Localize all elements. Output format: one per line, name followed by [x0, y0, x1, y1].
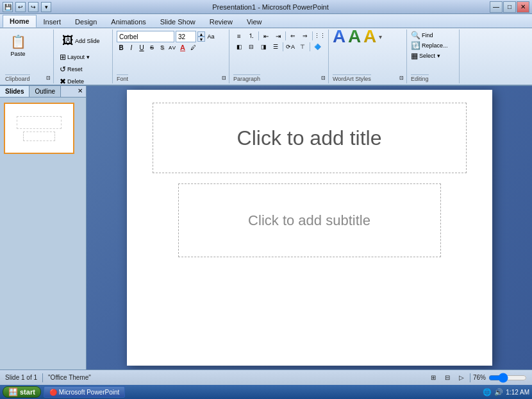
paste-button[interactable]: 📋 Paste: [5, 31, 31, 60]
shadow-button[interactable]: S: [158, 43, 167, 52]
quick-access-redo[interactable]: ↪: [28, 2, 38, 12]
paragraph-expand[interactable]: ⊡: [321, 75, 326, 81]
tab-slideshow[interactable]: Slide Show: [153, 15, 203, 28]
tab-animations[interactable]: Animations: [104, 15, 153, 28]
find-button[interactable]: 🔍 Find: [411, 31, 448, 40]
underline-button[interactable]: U: [137, 43, 146, 52]
canvas-area: Click to add title Click to add subtitle: [87, 86, 532, 369]
highlight-button[interactable]: 🖊: [188, 43, 197, 52]
taskbar-app-powerpoint[interactable]: 🔴 Microsoft PowerPoint: [44, 386, 125, 398]
delete-label: Delete: [67, 78, 84, 85]
font-expand[interactable]: ⊡: [222, 75, 226, 81]
panel-close-button[interactable]: ✕: [74, 86, 86, 97]
select-icon: ▦: [411, 51, 418, 60]
smartart-button[interactable]: 🔷: [312, 42, 323, 52]
add-slide-button[interactable]: 🖼 Add Slide: [58, 31, 104, 51]
tab-design[interactable]: Design: [68, 15, 104, 28]
slide-list-item: 1: [4, 103, 82, 158]
clear-format-button[interactable]: Aa: [206, 32, 215, 41]
para-controls: ≡ ⒈ ⇤ ⇥ ⇐ ⇒ ⋮⋮ ◧ ⊟ ◨ ☰ ⟳A: [233, 31, 326, 52]
zoom-slider[interactable]: [488, 374, 527, 382]
slide-info: Slide 1 of 1: [5, 374, 37, 381]
font-size-increase[interactable]: ▲: [197, 31, 205, 37]
align-text-button[interactable]: ⊤: [297, 42, 308, 52]
font-size-arrows: ▲ ▼: [197, 31, 205, 42]
taskbar: 🪟 start 🔴 Microsoft PowerPoint 🌐 🔊 1:12 …: [0, 385, 532, 399]
tab-insert[interactable]: Insert: [37, 15, 69, 28]
find-label: Find: [422, 32, 433, 38]
title-placeholder[interactable]: Click to add title: [153, 103, 467, 173]
align-right-button[interactable]: ◨: [258, 42, 269, 52]
tray-network-icon[interactable]: 🌐: [483, 388, 492, 396]
title-placeholder-text: Click to add title: [237, 126, 382, 150]
bold-button[interactable]: B: [117, 43, 126, 52]
quick-access-undo[interactable]: ↩: [15, 2, 26, 12]
align-center-button[interactable]: ⊟: [245, 42, 257, 52]
normal-view-button[interactable]: ⊞: [428, 373, 439, 383]
titlebar: 💾 ↩ ↪ ▾ Presentation1 - Microsoft PowerP…: [0, 0, 532, 14]
rtl-button[interactable]: ⇐: [287, 31, 299, 41]
ltr-button[interactable]: ⇒: [299, 31, 311, 41]
replace-button[interactable]: 🔃 Replace...: [411, 41, 448, 50]
panel-tab-outline[interactable]: Outline: [29, 86, 61, 97]
group-editing: 🔍 Find 🔃 Replace... ▦ Select ▾ Editing: [408, 30, 460, 83]
maximize-button[interactable]: □: [503, 1, 516, 13]
tab-view[interactable]: View: [240, 15, 269, 28]
minimize-button[interactable]: —: [490, 1, 503, 13]
paste-label: Paste: [10, 51, 25, 57]
replace-icon: 🔃: [411, 41, 420, 50]
wordart-a-green[interactable]: A: [348, 31, 361, 42]
quick-access-save[interactable]: 💾: [3, 2, 13, 12]
layout-button[interactable]: ⊞ Layout ▾: [58, 51, 104, 63]
replace-label: Replace...: [422, 42, 448, 49]
wordart-content: A A A ▾: [333, 31, 404, 73]
font-size-decrease[interactable]: ▼: [197, 37, 205, 42]
select-button[interactable]: ▦ Select ▾: [411, 51, 448, 60]
slidesorter-view-button[interactable]: ⊟: [442, 373, 453, 383]
align-left-button[interactable]: ◧: [233, 42, 245, 52]
paragraph-content: ≡ ⒈ ⇤ ⇥ ⇐ ⇒ ⋮⋮ ◧ ⊟ ◨ ☰ ⟳A: [233, 31, 326, 73]
columns-button[interactable]: ⋮⋮: [314, 31, 326, 41]
panel-tab-slides[interactable]: Slides: [0, 86, 29, 97]
increase-indent-button[interactable]: ⇥: [272, 31, 284, 41]
wordart-a-gold[interactable]: A: [363, 31, 376, 42]
decrease-indent-button[interactable]: ⇤: [260, 31, 272, 41]
tab-home[interactable]: Home: [3, 15, 37, 28]
slide-thumbnail[interactable]: [4, 103, 74, 154]
font-name-input[interactable]: [117, 31, 174, 42]
start-button[interactable]: 🪟 start: [3, 386, 41, 398]
font-size-input[interactable]: [176, 31, 196, 42]
align-justify-button[interactable]: ☰: [270, 42, 281, 52]
strikethrough-button[interactable]: S: [147, 43, 156, 52]
numbering-button[interactable]: ⒈: [245, 31, 257, 41]
wordart-expand[interactable]: ⊡: [399, 75, 404, 81]
close-button[interactable]: ✕: [517, 1, 529, 13]
fontcolor-button[interactable]: A: [178, 43, 187, 52]
clipboard-group-label: Clipboard: [5, 74, 30, 82]
italic-button[interactable]: I: [127, 43, 136, 52]
quick-access-more[interactable]: ▾: [41, 2, 51, 12]
group-font: ▲ ▼ Aa B I U S S AV A 🖊 Font ⊡: [114, 30, 229, 83]
font-controls: ▲ ▼ Aa B I U S S AV A 🖊: [117, 31, 215, 52]
slide-canvas: Click to add title Click to add subtitle: [127, 90, 492, 366]
wordart-more-button[interactable]: ▾: [379, 33, 382, 40]
reset-button[interactable]: ↺ Reset: [58, 64, 104, 75]
edit-controls: 🔍 Find 🔃 Replace... ▦ Select ▾: [411, 31, 448, 60]
wordart-a-blue[interactable]: A: [333, 31, 345, 42]
ribbon: 📋 Paste Clipboard ⊡ 🖼 Add Slide ⊞ Layout…: [0, 28, 532, 86]
wordart-letter-blue: A: [333, 26, 345, 47]
text-direction-button[interactable]: ⟳A: [285, 42, 296, 52]
tray-volume-icon[interactable]: 🔊: [494, 388, 503, 396]
subtitle-placeholder[interactable]: Click to add subtitle: [178, 183, 441, 257]
paragraph-group-label: Paragraph: [233, 74, 260, 82]
font-content: ▲ ▼ Aa B I U S S AV A 🖊: [117, 31, 226, 73]
para-row1: ≡ ⒈ ⇤ ⇥ ⇐ ⇒ ⋮⋮: [233, 31, 326, 41]
start-label: start: [20, 388, 35, 396]
slideshow-view-button[interactable]: ▷: [456, 373, 467, 383]
charspacing-button[interactable]: AV: [168, 43, 177, 52]
bullets-button[interactable]: ≡: [233, 31, 245, 41]
tab-review[interactable]: Review: [203, 15, 240, 28]
paste-icon: 📋: [10, 34, 26, 49]
clipboard-expand[interactable]: ⊡: [46, 75, 51, 81]
wordart-group-label: WordArt Styles: [333, 74, 371, 82]
